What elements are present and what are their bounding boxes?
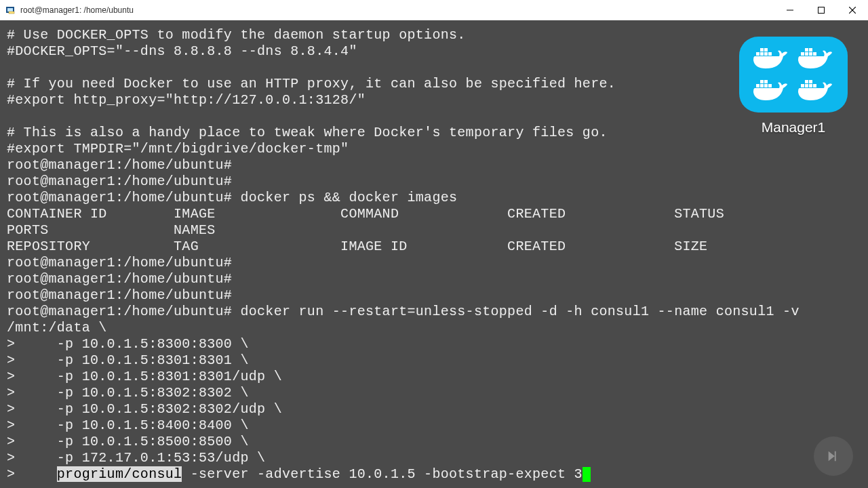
svg-rect-27 — [801, 84, 804, 87]
prompt-line: root@manager1:/home/ubuntu# — [7, 271, 232, 287]
docker-badge-box — [739, 37, 848, 113]
cmd-continuation-last: > progrium/consul -server -advertise 10.… — [7, 466, 591, 482]
play-forward-button[interactable] — [814, 436, 853, 476]
svg-rect-20 — [764, 80, 768, 83]
svg-rect-29 — [809, 84, 812, 87]
putty-icon — [5, 5, 16, 16]
whale-icon — [798, 47, 833, 71]
cmd-continuation: > -p 10.0.1.5:8400:8400 \ — [7, 418, 249, 433]
cmd-continuation: > -p 10.0.1.5:8302:8302 \ — [7, 385, 249, 401]
selected-text: progrium/consul — [57, 466, 182, 482]
terminal-cursor — [583, 467, 591, 482]
svg-rect-1 — [7, 8, 13, 12]
badge-label: Manager1 — [739, 119, 848, 136]
docker-ps-header: CONTAINER ID IMAGE COMMAND CREATED STATU… — [7, 206, 841, 238]
svg-rect-30 — [813, 84, 816, 87]
svg-rect-19 — [760, 80, 764, 83]
cmd-continuation: > -p 10.0.1.5:8302:8302/udp \ — [7, 401, 282, 417]
maximize-button[interactable] — [806, 0, 837, 20]
prompt-line: root@manager1:/home/ubuntu# — [7, 174, 232, 189]
term-line: #DOCKER_OPTS="--dns 8.8.8.8 --dns 8.8.4.… — [7, 43, 357, 59]
cmd-continuation: > -p 10.0.1.5:8301:8301/udp \ — [7, 369, 282, 384]
svg-rect-22 — [760, 84, 764, 87]
svg-rect-24 — [768, 84, 772, 87]
prompt-line: root@manager1:/home/ubuntu# docker ps &&… — [7, 190, 457, 205]
whale-icon — [753, 47, 789, 71]
window-title: root@manager1: /home/ubuntu — [20, 5, 134, 15]
svg-rect-2 — [9, 12, 14, 14]
manager-badge: Manager1 — [739, 37, 848, 136]
svg-rect-14 — [809, 48, 812, 52]
svg-rect-17 — [809, 52, 812, 56]
cmd-continuation: > -p 10.0.1.5:8300:8300 \ — [7, 336, 249, 352]
svg-rect-21 — [756, 84, 760, 87]
prompt-line: root@manager1:/home/ubuntu# — [7, 255, 232, 270]
cmd-continuation: > -p 10.0.1.5:8301:8301 \ — [7, 352, 249, 368]
svg-rect-8 — [764, 48, 768, 52]
svg-rect-13 — [805, 48, 808, 52]
prompt-line: root@manager1:/home/ubuntu# — [7, 157, 232, 173]
window-controls — [774, 0, 868, 20]
svg-rect-15 — [801, 52, 804, 56]
svg-rect-9 — [756, 52, 760, 56]
cmd-continuation: > -p 10.0.1.5:8500:8500 \ — [7, 434, 249, 449]
svg-rect-25 — [805, 80, 808, 83]
svg-rect-18 — [813, 52, 816, 56]
svg-rect-7 — [760, 48, 764, 52]
terminal-area[interactable]: # Use DOCKER_OPTS to modify the daemon s… — [0, 20, 868, 488]
minimize-button[interactable] — [774, 0, 806, 20]
term-line: # If you need Docker to use an HTTP prox… — [7, 76, 616, 92]
term-line: # This is also a handy place to tweak wh… — [7, 125, 608, 140]
close-button[interactable] — [837, 0, 868, 20]
docker-run-command: root@manager1:/home/ubuntu# docker run -… — [7, 304, 808, 336]
term-line: #export TMPDIR="/mnt/bigdrive/docker-tmp… — [7, 141, 349, 157]
whale-icon — [798, 79, 833, 103]
svg-rect-12 — [768, 52, 772, 56]
term-line: # Use DOCKER_OPTS to modify the daemon s… — [7, 27, 466, 43]
svg-rect-11 — [764, 52, 768, 56]
svg-rect-26 — [809, 80, 812, 83]
svg-rect-23 — [764, 84, 768, 87]
cmd-continuation: > -p 172.17.0.1:53:53/udp \ — [7, 450, 265, 466]
docker-images-header: REPOSITORY TAG IMAGE ID CREATED SIZE — [7, 239, 707, 254]
svg-rect-10 — [760, 52, 764, 56]
titlebar: root@manager1: /home/ubuntu — [0, 0, 868, 20]
whale-icon — [753, 79, 789, 103]
term-line: #export http_proxy="http://127.0.0.1:312… — [7, 92, 366, 108]
svg-rect-16 — [805, 52, 808, 56]
svg-rect-28 — [805, 84, 808, 87]
svg-rect-4 — [818, 7, 825, 14]
prompt-line: root@manager1:/home/ubuntu# — [7, 287, 232, 303]
